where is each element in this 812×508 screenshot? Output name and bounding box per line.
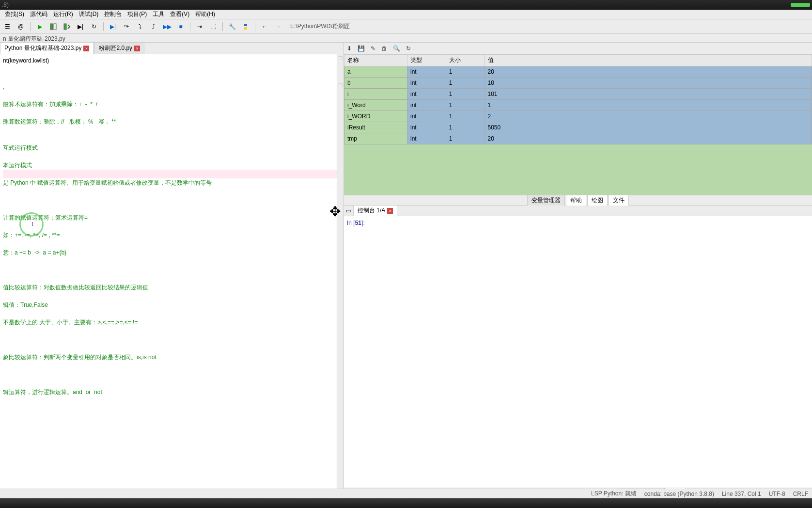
- tab-help[interactable]: 帮助: [566, 195, 586, 206]
- stop-icon[interactable]: ■: [175, 21, 186, 32]
- menu-console[interactable]: 控制台: [101, 9, 125, 19]
- menu-source[interactable]: 源代码: [27, 9, 50, 19]
- code-line: [3, 152, 341, 161]
- menu-find[interactable]: 查找(S): [2, 9, 27, 19]
- table-row[interactable]: iint1101: [344, 89, 812, 100]
- cell-type: int: [407, 133, 446, 144]
- restart-icon[interactable]: ↻: [89, 21, 99, 32]
- run-icon[interactable]: ▶: [34, 21, 45, 32]
- refresh-icon[interactable]: ↻: [406, 45, 411, 52]
- step-over-icon[interactable]: ↷: [121, 21, 132, 32]
- code-line: [3, 292, 341, 301]
- code-line: [3, 362, 341, 370]
- version-label: .8): [2, 1, 9, 8]
- console-tab[interactable]: 控制台 1/A ×: [353, 205, 397, 216]
- search-icon[interactable]: 🔍: [393, 45, 400, 52]
- menu-run[interactable]: 运行(R): [50, 9, 76, 19]
- status-eol[interactable]: CRLF: [793, 491, 808, 497]
- menu-debug[interactable]: 调试(D): [76, 9, 102, 19]
- menu-tools[interactable]: 工具: [150, 9, 167, 19]
- table-row[interactable]: i_Wordint11: [344, 100, 812, 111]
- code-line: [3, 222, 341, 231]
- editor-tab-active[interactable]: Python 量化编程基础-2023.py ×: [0, 42, 94, 54]
- settings-icon[interactable]: 🔧: [227, 21, 237, 32]
- python-icon[interactable]: [240, 21, 251, 32]
- variable-explorer[interactable]: 名称 类型 大小 值 aint120bint110iint1101i_Wordi…: [344, 54, 812, 195]
- cell-size: 1: [446, 100, 484, 111]
- delete-icon[interactable]: 🗑: [381, 45, 387, 52]
- fold-gutter[interactable]: [337, 54, 344, 498]
- pane-tabs: 变量管理器 帮助 绘图 文件: [344, 195, 812, 206]
- cell-size: 1: [446, 66, 484, 78]
- status-lsp[interactable]: LSP Python: 就绪: [591, 490, 637, 498]
- cell-value: 20: [484, 66, 812, 78]
- code-line: [3, 205, 341, 213]
- status-line[interactable]: Line 337, Col 1: [722, 491, 761, 497]
- cell-name: i: [344, 89, 407, 100]
- cell-name: i_Word: [344, 100, 407, 111]
- battery-icon: [791, 3, 810, 7]
- windows-taskbar[interactable]: [0, 498, 812, 508]
- code-line: [3, 309, 341, 318]
- code-editor[interactable]: nt(keyword.kwlist) , 般算术运算符有：加减乘除：+ - * …: [0, 54, 344, 498]
- step-out-icon[interactable]: ⤴: [148, 21, 159, 32]
- close-icon[interactable]: ×: [83, 46, 89, 51]
- forward-icon[interactable]: →: [273, 21, 283, 32]
- table-row[interactable]: bint110: [344, 78, 812, 89]
- code-line: [3, 109, 341, 117]
- tab-plot[interactable]: 绘图: [587, 195, 608, 206]
- col-type[interactable]: 类型: [407, 55, 446, 66]
- table-row[interactable]: aint120: [344, 66, 812, 78]
- fullscreen-icon[interactable]: ⛶: [208, 21, 219, 32]
- run-cell-next-icon[interactable]: [62, 21, 72, 32]
- col-value[interactable]: 值: [484, 55, 812, 66]
- code-line: [3, 239, 341, 248]
- code-line: 如：+=, -=, *=, /= , **=: [3, 231, 341, 239]
- code-line: 是 Python 中 赋值运算符。用于给变量赋初始值或者修改变量，不是数学中的等…: [3, 178, 341, 187]
- menu-project[interactable]: 项目(P): [125, 9, 150, 19]
- edit-icon[interactable]: ✎: [371, 45, 375, 52]
- ipython-console[interactable]: In [51]:: [344, 216, 812, 488]
- status-encoding[interactable]: UTF-8: [769, 491, 785, 497]
- import-icon[interactable]: ⬇: [347, 45, 352, 52]
- menu-view[interactable]: 查看(V): [167, 9, 192, 19]
- tab-label: Python 量化编程基础-2023.py: [4, 44, 81, 52]
- path-display: E:\Python\PWD\粉刷匠: [286, 22, 350, 31]
- status-conda[interactable]: conda: base (Python 3.8.8): [644, 491, 714, 497]
- code-line: [3, 196, 341, 205]
- code-line: [3, 257, 341, 266]
- svg-rect-0: [50, 24, 53, 30]
- save-icon[interactable]: 💾: [358, 45, 365, 52]
- table-row[interactable]: i_WORDint12: [344, 111, 812, 122]
- tab-variable-explorer[interactable]: 变量管理器: [527, 195, 565, 206]
- close-icon[interactable]: ×: [134, 46, 140, 51]
- code-line: 辑值：True,False: [3, 301, 341, 309]
- col-size[interactable]: 大小: [446, 55, 484, 66]
- debug-icon[interactable]: ▶|: [108, 21, 118, 32]
- table-row[interactable]: tmpint120: [344, 133, 812, 144]
- run-selection-icon[interactable]: ▶|: [75, 21, 86, 32]
- menu-help[interactable]: 帮助(H): [192, 9, 218, 19]
- cell-size: 1: [446, 78, 484, 89]
- continue-icon[interactable]: ▶▶: [162, 21, 172, 32]
- cell-name: iResult: [344, 122, 407, 133]
- toolbar: ☰ @ ▶ ▶| ↻ ▶| ↷ ⤵ ⤴ ▶▶ ■ ⇥ ⛶ 🔧 ← → E:\Py…: [0, 19, 812, 34]
- step-into-icon[interactable]: ⤵: [135, 21, 145, 32]
- console-icon[interactable]: ▭: [346, 207, 351, 214]
- cell-value: 2: [484, 111, 812, 122]
- console-tabs: ▭ 控制台 1/A ×: [344, 206, 812, 216]
- cell-name: tmp: [344, 133, 407, 144]
- exit-icon[interactable]: ⇥: [194, 21, 205, 32]
- prompt-in: In [: [347, 220, 355, 226]
- back-icon[interactable]: ←: [259, 21, 270, 32]
- run-cell-icon[interactable]: [48, 21, 59, 32]
- tab-file[interactable]: 文件: [609, 195, 629, 206]
- table-row[interactable]: iResultint15050: [344, 122, 812, 133]
- svg-rect-1: [54, 24, 56, 30]
- at-icon[interactable]: @: [16, 21, 26, 32]
- outline-icon[interactable]: ☰: [2, 21, 13, 32]
- close-icon[interactable]: ×: [387, 208, 393, 214]
- col-name[interactable]: 名称: [344, 55, 407, 66]
- editor-tab[interactable]: 粉刷匠2.0.py ×: [94, 42, 144, 54]
- cell-size: 1: [446, 111, 484, 122]
